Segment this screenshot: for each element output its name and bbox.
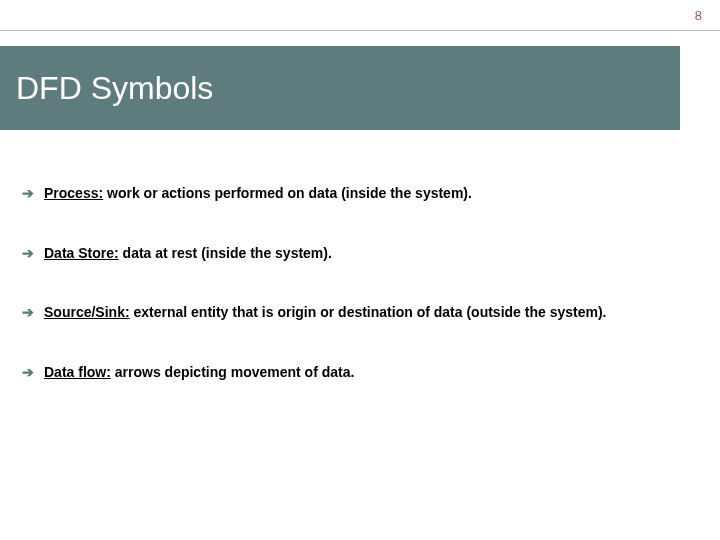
content-area: ➔ Process: work or actions performed on … — [22, 184, 698, 422]
list-item: ➔ Source/Sink: external entity that is o… — [22, 303, 698, 323]
bullet-text: Data Store: data at rest (inside the sys… — [44, 244, 332, 264]
description: external entity that is origin or destin… — [130, 304, 607, 320]
page-number: 8 — [695, 8, 702, 23]
description: work or actions performed on data (insid… — [103, 185, 472, 201]
arrow-icon: ➔ — [22, 184, 34, 204]
description: data at rest (inside the system). — [119, 245, 332, 261]
bullet-text: Data flow: arrows depicting movement of … — [44, 363, 354, 383]
term: Source/Sink: — [44, 304, 130, 320]
arrow-icon: ➔ — [22, 244, 34, 264]
bullet-text: Process: work or actions performed on da… — [44, 184, 472, 204]
divider-line — [0, 30, 720, 31]
arrow-icon: ➔ — [22, 303, 34, 323]
term: Data flow: — [44, 364, 111, 380]
list-item: ➔ Process: work or actions performed on … — [22, 184, 698, 204]
arrow-icon: ➔ — [22, 363, 34, 383]
term: Process: — [44, 185, 103, 201]
list-item: ➔ Data flow: arrows depicting movement o… — [22, 363, 698, 383]
title-bar: DFD Symbols — [0, 46, 680, 130]
list-item: ➔ Data Store: data at rest (inside the s… — [22, 244, 698, 264]
bullet-text: Source/Sink: external entity that is ori… — [44, 303, 606, 323]
term: Data Store: — [44, 245, 119, 261]
slide-title: DFD Symbols — [16, 70, 213, 107]
description: arrows depicting movement of data. — [111, 364, 355, 380]
